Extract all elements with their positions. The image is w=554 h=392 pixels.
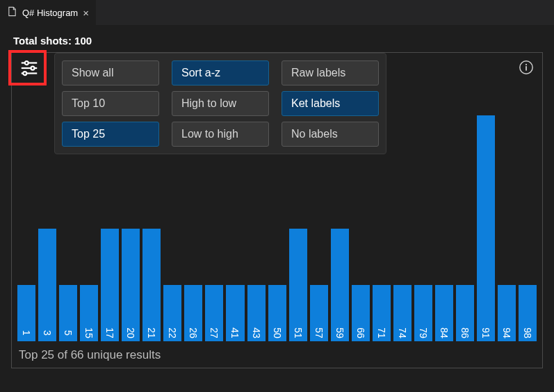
filter-col-sort: Sort a-zHigh to lowLow to high	[172, 60, 269, 147]
bar-label: 26	[188, 327, 199, 338]
bar[interactable]: 59	[331, 229, 349, 342]
bar[interactable]: 91	[477, 115, 495, 341]
bar-label: 74	[397, 327, 408, 338]
bar-label: 22	[167, 327, 178, 338]
bar-label: 86	[459, 327, 471, 338]
bar[interactable]: 1	[17, 285, 35, 341]
bar-label: 41	[229, 327, 241, 338]
filter-panel: Show allTop 10Top 25 Sort a-zHigh to low…	[54, 53, 386, 154]
bar[interactable]: 5	[59, 285, 77, 341]
bar[interactable]: 50	[268, 285, 286, 341]
bar[interactable]: 84	[435, 285, 453, 341]
bar-label: 20	[125, 327, 136, 338]
bar[interactable]: 51	[289, 229, 307, 342]
settings-icon[interactable]	[12, 53, 46, 83]
content: Total shots: 100 13515172021222627414350…	[0, 25, 554, 375]
close-icon[interactable]: ×	[83, 7, 89, 19]
filter-sort-2[interactable]: Low to high	[172, 122, 269, 147]
bar[interactable]: 86	[456, 285, 474, 341]
bar[interactable]: 66	[352, 285, 370, 341]
filter-col-count: Show allTop 10Top 25	[62, 60, 159, 147]
bar-label: 5	[63, 330, 74, 336]
filter-sort-0[interactable]: Sort a-z	[172, 60, 269, 85]
bar-label: 27	[209, 327, 220, 338]
bar[interactable]: 20	[122, 229, 140, 342]
bar-label: 66	[355, 327, 366, 338]
controls-row: Show allTop 10Top 25 Sort a-zHigh to low…	[12, 53, 386, 154]
filter-sort-1[interactable]: High to low	[172, 91, 269, 116]
bar[interactable]: 27	[205, 285, 223, 341]
tab-qsharp-histogram[interactable]: Q# Histogram ×	[0, 0, 97, 25]
bar[interactable]: 43	[247, 285, 266, 341]
bar-label: 50	[272, 327, 283, 338]
bar-label: 59	[334, 327, 345, 338]
svg-point-1	[526, 64, 527, 65]
footer-text: Top 25 of 66 unique results	[19, 348, 161, 362]
bar-label: 3	[42, 330, 53, 336]
bar[interactable]: 98	[519, 285, 537, 341]
svg-rect-2	[526, 66, 527, 70]
bar-label: 79	[418, 327, 429, 338]
tab-title: Q# Histogram	[22, 8, 78, 18]
bar[interactable]: 15	[80, 285, 98, 341]
info-icon[interactable]	[519, 60, 534, 78]
filter-count-1[interactable]: Top 10	[62, 91, 159, 116]
bar-label: 71	[376, 327, 387, 338]
bar-label: 43	[251, 327, 262, 338]
bar-label: 84	[439, 327, 450, 338]
filter-col-label: Raw labelsKet labelsNo labels	[282, 60, 379, 147]
svg-point-4	[24, 61, 28, 65]
bar-label: 91	[480, 327, 491, 338]
total-shots-label: Total shots: 100	[13, 35, 543, 47]
filter-count-2[interactable]: Top 25	[62, 122, 159, 147]
filter-label-0[interactable]: Raw labels	[282, 60, 379, 85]
bar-label: 94	[501, 327, 512, 338]
tab-bar: Q# Histogram ×	[0, 0, 554, 25]
filter-count-0[interactable]: Show all	[62, 60, 159, 85]
file-icon	[7, 6, 17, 19]
bar[interactable]: 21	[142, 229, 161, 342]
bar[interactable]: 94	[498, 285, 516, 341]
bar[interactable]: 41	[226, 285, 244, 341]
bar[interactable]: 79	[414, 285, 432, 341]
histogram-panel: 1351517202122262741435051575966717479848…	[11, 52, 543, 368]
bar-label: 98	[522, 327, 533, 338]
filter-label-1[interactable]: Ket labels	[282, 91, 379, 116]
svg-point-6	[31, 67, 34, 70]
bar[interactable]: 22	[163, 285, 181, 341]
bar[interactable]: 17	[101, 229, 119, 342]
svg-point-8	[23, 72, 26, 75]
bar[interactable]: 57	[310, 285, 328, 341]
bar-label: 57	[313, 327, 325, 338]
bar[interactable]: 71	[373, 285, 391, 341]
bar[interactable]: 74	[393, 285, 412, 341]
bar-label: 1	[21, 330, 32, 336]
bar-label: 51	[293, 327, 304, 338]
filter-label-2[interactable]: No labels	[282, 122, 379, 147]
bar[interactable]: 26	[184, 285, 202, 341]
bar-label: 15	[83, 327, 95, 338]
bar[interactable]: 3	[38, 229, 56, 342]
bar-label: 21	[146, 327, 157, 338]
bar-label: 17	[104, 327, 115, 338]
